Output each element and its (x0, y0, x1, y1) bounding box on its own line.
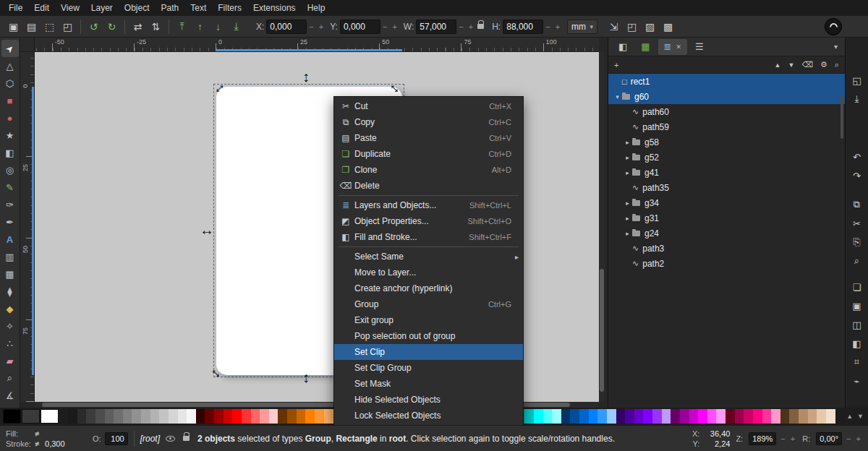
import-button[interactable]: ⤓ (848, 90, 867, 108)
palette-swatch[interactable] (105, 409, 114, 424)
palette-swatch[interactable] (214, 409, 224, 424)
dock-menu-button[interactable]: ▾ (831, 43, 841, 51)
raise-button[interactable]: ↑ (191, 18, 209, 35)
object-row-path2[interactable]: ∿path2 (608, 256, 845, 271)
menu-layer[interactable]: Layer (85, 0, 119, 16)
expander-icon[interactable]: ▸ (623, 139, 632, 146)
palette-swatch[interactable] (22, 409, 40, 424)
palette-swatch[interactable] (789, 409, 799, 424)
rotate-cw-button[interactable]: ↻ (103, 18, 121, 35)
context-menu-item-pop-selection-out-of-group[interactable]: Pop selection out of group (334, 328, 523, 344)
expander-icon[interactable]: ▸ (623, 154, 632, 161)
palette-swatch[interactable] (159, 409, 169, 424)
palette-swatch[interactable] (251, 409, 260, 424)
fill-stroke-button[interactable]: ◧ (848, 334, 867, 353)
palette-swatch[interactable] (242, 409, 251, 424)
palette-swatch[interactable] (543, 409, 553, 424)
snapping-options-button[interactable] (825, 18, 842, 35)
palette-swatch[interactable] (689, 409, 699, 424)
palette-swatch[interactable] (652, 409, 662, 424)
ruler-corner[interactable] (20, 38, 35, 52)
expander-icon[interactable]: ▸ (623, 199, 632, 207)
palette-swatch[interactable] (123, 409, 132, 424)
add-layer-button[interactable]: + (614, 61, 618, 69)
settings-button[interactable]: ⚙ (820, 60, 827, 69)
palette-swatch[interactable] (315, 409, 324, 424)
scale-rect-corners-toggle-button[interactable]: ◰ (623, 18, 641, 35)
palette-swatch[interactable] (269, 409, 278, 424)
menu-extensions[interactable]: Extensions (247, 0, 302, 16)
field-input[interactable]: 88,000 (503, 20, 543, 34)
paste-button[interactable]: ⎘ (848, 233, 867, 252)
tool-selector-button[interactable]: ➤ (1, 40, 19, 57)
context-menu-item-group[interactable]: GroupCtrl+G (334, 296, 523, 312)
object-row-g34[interactable]: ▸g34 (608, 195, 845, 210)
context-menu-item-set-clip-group[interactable]: Set Clip Group (334, 360, 523, 376)
fill-swatch[interactable]: ≠ (35, 429, 39, 438)
palette-scroll-down-button[interactable]: ▼ (857, 413, 864, 420)
palette-swatch[interactable] (597, 409, 607, 424)
tool-pencil-button[interactable]: ✎ (1, 179, 19, 196)
palette-swatch[interactable] (643, 409, 652, 424)
redo-button[interactable]: ↷ (848, 166, 867, 185)
context-menu-item-move-to-layer[interactable]: Move to Layer... (334, 265, 523, 280)
scale-stroke-toggle-button[interactable]: ⇲ (605, 18, 623, 35)
palette-swatch[interactable] (552, 409, 561, 424)
zoom-input[interactable]: 189% (749, 432, 776, 445)
palette-swatch[interactable] (132, 409, 141, 424)
dock-tab-fill-stroke[interactable]: ◧ (613, 39, 633, 55)
context-menu-item-object-properties[interactable]: ◩Object Properties...Shift+Ctrl+O (334, 213, 523, 229)
context-menu-item-copy[interactable]: ⧉CopyCtrl+C (334, 114, 523, 130)
palette-swatch[interactable] (3, 409, 21, 424)
deselect-button[interactable]: ⬚ (41, 18, 59, 35)
menu-file[interactable]: File (3, 0, 28, 16)
field-spinner[interactable]: − + (309, 22, 325, 31)
select-all-layers-button[interactable]: ▤ (22, 18, 41, 35)
palette-swatch[interactable] (771, 409, 780, 424)
tool-dropper-button[interactable]: ⧫ (1, 283, 19, 300)
undo-button[interactable]: ↶ (848, 147, 867, 166)
field-spinner[interactable]: − + (545, 22, 561, 31)
object-row-path59[interactable]: ∿path59 (608, 119, 845, 134)
menu-text[interactable]: Text (184, 0, 212, 16)
context-menu-item-cut[interactable]: ✂CutCtrl+X (334, 98, 523, 114)
tool-tweak-button[interactable]: ✧ (1, 317, 19, 335)
field-spinner[interactable]: − + (459, 22, 475, 31)
dialogs-button[interactable]: ◱ (848, 71, 867, 90)
object-row-g52[interactable]: ▸g52 (608, 150, 845, 165)
menu-path[interactable]: Path (156, 0, 185, 16)
palette-swatch[interactable] (570, 409, 579, 424)
tool-mesh-button[interactable]: ▦ (1, 265, 19, 283)
context-menu-item-exit-group[interactable]: Exit group (334, 312, 523, 328)
palette-swatch[interactable] (534, 409, 543, 424)
palette-swatch[interactable] (297, 409, 306, 424)
tool-shape-builder-button[interactable]: ⬡ (1, 74, 19, 92)
palette-swatch[interactable] (68, 409, 77, 424)
object-row-g31[interactable]: ▸g31 (608, 210, 845, 226)
rotation-minus[interactable]: − (846, 434, 852, 443)
palette-scroll-up-button[interactable]: ▲ (846, 413, 853, 420)
vertical-scrollbar-thumb[interactable] (600, 269, 604, 392)
palette-swatch[interactable] (707, 409, 717, 424)
palette-swatch[interactable] (726, 409, 735, 424)
expander-icon[interactable]: ▸ (623, 169, 632, 176)
context-menu-item-select-same[interactable]: Select Same▸ (334, 249, 523, 265)
palette-swatch[interactable] (753, 409, 762, 424)
palette-swatch[interactable] (224, 409, 233, 424)
move-up-button[interactable]: ▲ (775, 61, 781, 69)
select-all-button[interactable]: ▣ (4, 18, 22, 35)
palette-swatch[interactable] (141, 409, 150, 424)
palette-swatch[interactable] (178, 409, 187, 424)
object-row-g41[interactable]: ▸g41 (608, 165, 845, 180)
palette-swatch[interactable] (634, 409, 644, 424)
invert-selection-button[interactable]: ◰ (59, 18, 77, 35)
palette-swatch[interactable] (680, 409, 689, 424)
palette-swatch[interactable] (524, 409, 534, 424)
scale-handle-n[interactable]: ↕ (302, 69, 310, 84)
context-menu-item-delete[interactable]: ⌫Delete (334, 178, 523, 194)
scale-handle-w[interactable]: ↔ (200, 223, 214, 237)
raise-to-top-button[interactable]: ⤒ (173, 18, 191, 35)
tool-spray-button[interactable]: ∴ (1, 335, 19, 352)
move-down-button[interactable]: ▼ (788, 61, 794, 69)
palette-swatch[interactable] (305, 409, 315, 424)
